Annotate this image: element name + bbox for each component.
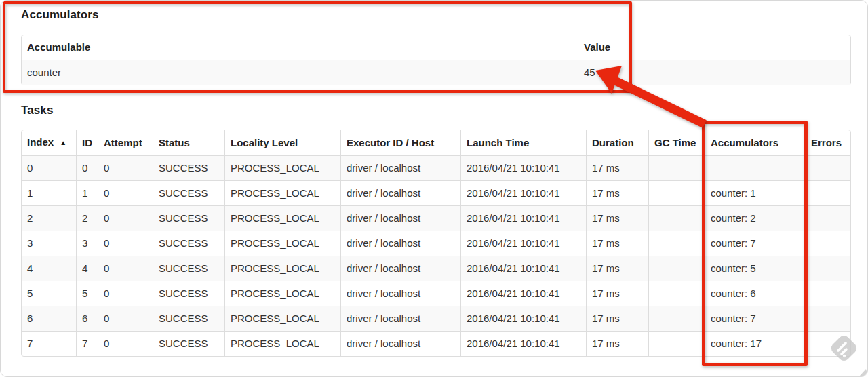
task-row: 0 0 0 SUCCESS PROCESS_LOCAL driver / loc…	[22, 155, 850, 180]
cell-duration: 17 ms	[586, 281, 648, 306]
cell-status: SUCCESS	[153, 180, 224, 205]
cell-attempt: 0	[98, 155, 153, 180]
col-header-errors[interactable]: Errors	[805, 130, 850, 155]
cell-errors	[805, 281, 850, 306]
cell-accumulators: counter: 6	[705, 281, 805, 306]
task-row: 2 2 0 SUCCESS PROCESS_LOCAL driver / loc…	[22, 205, 850, 231]
cell-errors	[805, 205, 850, 231]
cell-executor-id-host: driver / localhost	[340, 256, 460, 281]
cell-executor-id-host: driver / localhost	[340, 231, 460, 256]
cell-status: SUCCESS	[153, 155, 224, 180]
cell-gc-time	[648, 155, 705, 180]
cell-status: SUCCESS	[153, 281, 224, 306]
cell-locality-level: PROCESS_LOCAL	[224, 155, 340, 180]
cell-launch-time: 2016/04/21 10:10:41	[460, 231, 586, 256]
cell-locality-level: PROCESS_LOCAL	[224, 180, 340, 205]
accumulators-table: Accumulable Value counter 45	[21, 35, 851, 85]
cell-errors	[805, 155, 850, 180]
cell-accumulable-name: counter	[22, 60, 578, 85]
cell-locality-level: PROCESS_LOCAL	[224, 306, 340, 331]
col-header-locality-level[interactable]: Locality Level	[224, 130, 340, 155]
tasks-table: Index▲ ID Attempt Status Locality Level …	[21, 130, 851, 357]
col-header-value: Value	[578, 35, 850, 60]
task-row: 5 5 0 SUCCESS PROCESS_LOCAL driver / loc…	[22, 281, 850, 306]
cell-accumulable-value: 45	[578, 60, 850, 85]
cell-errors	[805, 180, 850, 205]
cell-id: 0	[76, 155, 98, 180]
cell-locality-level: PROCESS_LOCAL	[224, 256, 340, 281]
cell-index: 7	[22, 331, 76, 356]
cell-duration: 17 ms	[586, 306, 648, 331]
cell-id: 6	[76, 306, 98, 331]
cell-launch-time: 2016/04/21 10:10:41	[460, 205, 586, 231]
col-header-accumulable: Accumulable	[22, 35, 578, 60]
cell-duration: 17 ms	[586, 205, 648, 231]
col-header-id[interactable]: ID	[76, 130, 98, 155]
task-row: 6 6 0 SUCCESS PROCESS_LOCAL driver / loc…	[22, 306, 850, 331]
cell-launch-time: 2016/04/21 10:10:41	[460, 306, 586, 331]
tasks-section-title: Tasks	[21, 104, 53, 117]
cell-index: 5	[22, 281, 76, 306]
cell-duration: 17 ms	[586, 155, 648, 180]
cell-locality-level: PROCESS_LOCAL	[224, 331, 340, 356]
cell-launch-time: 2016/04/21 10:10:41	[460, 180, 586, 205]
spark-ui-accumulators-page: Accumulators Accumulable Value counter 4…	[0, 0, 868, 377]
cell-launch-time: 2016/04/21 10:10:41	[460, 256, 586, 281]
cell-duration: 17 ms	[586, 180, 648, 205]
accumulators-section-title: Accumulators	[21, 8, 99, 22]
col-header-index-label: Index	[27, 136, 54, 148]
cell-errors	[805, 331, 850, 356]
cell-gc-time	[648, 306, 705, 331]
cell-errors	[805, 231, 850, 256]
cell-index: 3	[22, 231, 76, 256]
cell-attempt: 0	[98, 281, 153, 306]
cell-index: 4	[22, 256, 76, 281]
cell-attempt: 0	[98, 306, 153, 331]
cell-gc-time	[648, 180, 705, 205]
cell-attempt: 0	[98, 205, 153, 231]
col-header-gc-time[interactable]: GC Time	[648, 130, 705, 155]
cell-status: SUCCESS	[153, 256, 224, 281]
accumulators-header-row: Accumulable Value	[22, 35, 850, 60]
cell-executor-id-host: driver / localhost	[340, 205, 460, 231]
col-header-executor-id-host[interactable]: Executor ID / Host	[340, 130, 460, 155]
cell-index: 0	[22, 155, 76, 180]
cell-status: SUCCESS	[153, 205, 224, 231]
cell-id: 1	[76, 180, 98, 205]
cell-id: 4	[76, 256, 98, 281]
cell-launch-time: 2016/04/21 10:10:41	[460, 331, 586, 356]
cell-accumulators: counter: 17	[705, 331, 805, 356]
col-header-attempt[interactable]: Attempt	[98, 130, 153, 155]
cell-accumulators: counter: 1	[705, 180, 805, 205]
cell-status: SUCCESS	[153, 231, 224, 256]
col-header-status[interactable]: Status	[153, 130, 224, 155]
task-row: 4 4 0 SUCCESS PROCESS_LOCAL driver / loc…	[22, 256, 850, 281]
task-row: 1 1 0 SUCCESS PROCESS_LOCAL driver / loc…	[22, 180, 850, 205]
cell-executor-id-host: driver / localhost	[340, 155, 460, 180]
cell-locality-level: PROCESS_LOCAL	[224, 281, 340, 306]
cell-executor-id-host: driver / localhost	[340, 180, 460, 205]
task-row: 7 7 0 SUCCESS PROCESS_LOCAL driver / loc…	[22, 331, 850, 356]
cell-accumulators: counter: 7	[705, 306, 805, 331]
col-header-duration[interactable]: Duration	[586, 130, 648, 155]
cell-accumulators: counter: 7	[705, 231, 805, 256]
cell-attempt: 0	[98, 231, 153, 256]
col-header-accumulators[interactable]: Accumulators	[705, 130, 805, 155]
col-header-launch-time[interactable]: Launch Time	[460, 130, 586, 155]
cell-attempt: 0	[98, 256, 153, 281]
col-header-index[interactable]: Index▲	[22, 130, 76, 155]
cell-status: SUCCESS	[153, 306, 224, 331]
cell-attempt: 0	[98, 180, 153, 205]
cell-launch-time: 2016/04/21 10:10:41	[460, 281, 586, 306]
cell-duration: 17 ms	[586, 231, 648, 256]
cell-index: 1	[22, 180, 76, 205]
cell-executor-id-host: driver / localhost	[340, 281, 460, 306]
cell-status: SUCCESS	[153, 331, 224, 356]
cell-id: 7	[76, 331, 98, 356]
cell-launch-time: 2016/04/21 10:10:41	[460, 155, 586, 180]
cell-gc-time	[648, 331, 705, 356]
cell-locality-level: PROCESS_LOCAL	[224, 231, 340, 256]
cell-gc-time	[648, 231, 705, 256]
cell-errors	[805, 256, 850, 281]
cell-index: 2	[22, 205, 76, 231]
